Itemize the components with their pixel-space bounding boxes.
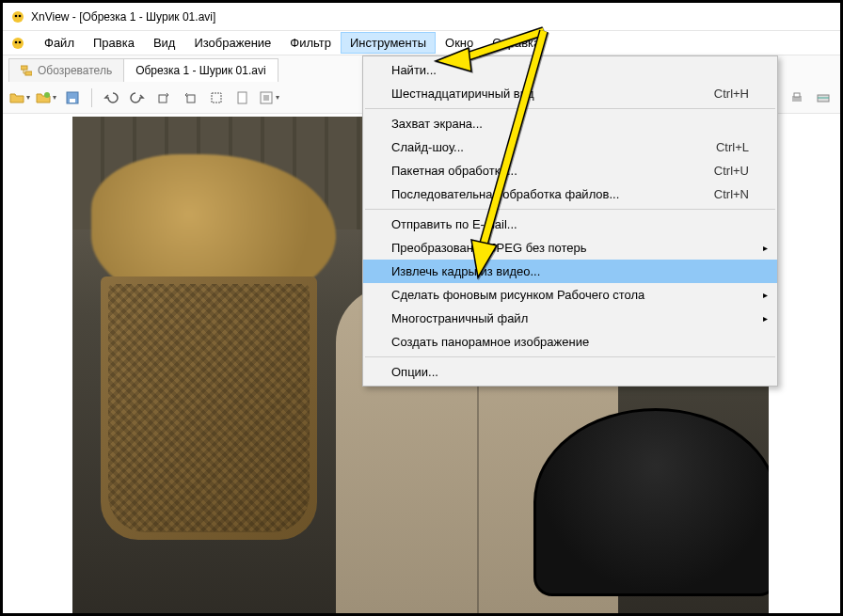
svg-rect-13 (212, 93, 221, 103)
svg-point-4 (15, 40, 18, 43)
dropdown-item-label: Последовательная обработка файлов... (391, 187, 619, 201)
tab-file[interactable]: Обрезка 1 - Шурик 01.avi (123, 58, 278, 82)
svg-rect-6 (21, 66, 27, 70)
dropdown-item[interactable]: Преобразование JPEG без потерь▸ (363, 236, 777, 260)
toolbar-scan-button[interactable] (812, 87, 835, 109)
menu-edit[interactable]: Правка (84, 32, 144, 54)
folder-tree-icon (21, 65, 32, 76)
svg-point-1 (15, 14, 18, 17)
dropdown-item-label: Создать панорамное изображение (391, 335, 589, 349)
dropdown-item[interactable]: Захват экрана... (363, 112, 777, 135)
dropdown-item-label: Преобразование JPEG без потерь (391, 241, 587, 255)
chevron-down-icon: ▾ (26, 93, 30, 102)
window-title: XnView - [Обрезка 1 - Шурик 01.avi] (31, 10, 215, 24)
toolbar-forward-button[interactable] (126, 87, 149, 109)
dropdown-shortcut: Ctrl+L (716, 140, 749, 154)
save-icon (65, 90, 80, 105)
tab-browser[interactable]: Обозреватель (8, 58, 124, 82)
dropdown-item[interactable]: Слайд-шоу...Ctrl+L (363, 135, 777, 159)
submenu-arrow-icon: ▸ (763, 290, 768, 300)
dropdown-item-label: Слайд-шоу... (391, 140, 464, 154)
menu-tools[interactable]: Инструменты (341, 32, 436, 54)
dropdown-separator (365, 356, 775, 357)
dropdown-item-label: Отправить по E-mail... (391, 217, 517, 231)
dropdown-item-label: Многостраничный файл (391, 311, 528, 325)
dropdown-item-label: Извлечь кадры из видео... (391, 264, 540, 278)
toolbar-folder-button[interactable]: ▾ (8, 87, 31, 109)
submenu-arrow-icon: ▸ (763, 243, 768, 253)
submenu-arrow-icon: ▸ (763, 313, 768, 324)
rotate-left-icon (156, 90, 171, 105)
crop-icon (209, 90, 224, 105)
toolbar-rotate-right-button[interactable] (179, 87, 201, 109)
menu-image[interactable]: Изображение (184, 32, 280, 54)
chevron-down-icon: ▾ (276, 93, 279, 102)
menu-file[interactable]: Файл (35, 32, 84, 54)
dropdown-item[interactable]: Последовательная обработка файлов...Ctrl… (363, 182, 777, 206)
svg-rect-11 (159, 95, 167, 103)
dropdown-item[interactable]: Отправить по E-mail... (363, 213, 777, 236)
toolbar-newfile-button[interactable]: ▾ (35, 87, 57, 109)
dropdown-separator (365, 108, 775, 109)
svg-rect-16 (263, 95, 269, 101)
tab-label: Обозреватель (38, 64, 112, 77)
dropdown-item-label: Сделать фоновым рисунком Рабочего стола (391, 288, 644, 302)
tab-label: Обрезка 1 - Шурик 01.avi (135, 64, 266, 77)
toolbar-separator (91, 88, 92, 107)
svg-rect-12 (187, 95, 195, 103)
app-icon-menubar (10, 36, 25, 51)
dropdown-shortcut: Ctrl+H (714, 87, 749, 101)
toolbar-print-button[interactable] (786, 87, 808, 109)
menu-window[interactable]: Окно (436, 32, 483, 54)
chevron-down-icon: ▾ (53, 93, 56, 102)
toolbar-crop-button[interactable] (205, 87, 228, 109)
dropdown-item-label: Пакетная обработка... (391, 164, 517, 178)
folder-star-icon (36, 90, 51, 105)
printer-icon (789, 90, 804, 105)
svg-rect-10 (70, 99, 75, 103)
dropdown-item[interactable]: Сделать фоновым рисунком Рабочего стола▸ (363, 283, 777, 307)
svg-point-5 (19, 40, 22, 43)
svg-point-8 (44, 92, 50, 98)
dropdown-item[interactable]: Создать панорамное изображение (363, 330, 777, 354)
rotate-right-icon (183, 90, 198, 105)
undo-icon (103, 90, 119, 105)
dropdown-separator (365, 209, 775, 210)
dropdown-item[interactable]: Найти... (363, 58, 777, 82)
dropdown-item[interactable]: Пакетная обработка...Ctrl+U (363, 159, 777, 182)
svg-point-0 (12, 11, 24, 23)
menu-filter[interactable]: Фильтр (280, 32, 341, 54)
redo-icon (130, 90, 145, 105)
scanner-icon (816, 90, 831, 105)
dropdown-item[interactable]: Шестнадцатиричный видCtrl+H (363, 82, 777, 105)
svg-rect-14 (238, 92, 247, 103)
dropdown-item-label: Опции... (391, 365, 438, 379)
toolbar-page-button[interactable] (231, 87, 254, 109)
svg-rect-7 (25, 71, 32, 75)
svg-point-3 (12, 38, 24, 49)
dropdown-item[interactable]: Опции... (363, 360, 777, 384)
toolbar-fit-button[interactable]: ▾ (258, 87, 280, 109)
svg-rect-18 (794, 93, 800, 97)
menu-help[interactable]: Справка (483, 32, 549, 54)
toolbar-back-button[interactable] (100, 87, 122, 109)
dropdown-item-label: Найти... (391, 63, 437, 77)
tools-dropdown: Найти...Шестнадцатиричный видCtrl+HЗахва… (362, 55, 778, 387)
folder-icon (9, 90, 24, 105)
dropdown-item-label: Шестнадцатиричный вид (391, 87, 534, 101)
toolbar-save-button[interactable] (61, 87, 84, 109)
menu-bar: Файл Правка Вид Изображение Фильтр Инстр… (3, 31, 840, 55)
dropdown-item-label: Захват экрана... (391, 117, 483, 131)
app-icon (10, 9, 25, 24)
title-bar: XnView - [Обрезка 1 - Шурик 01.avi] (3, 3, 840, 31)
fit-icon (259, 90, 274, 105)
toolbar-rotate-left-button[interactable] (152, 87, 175, 109)
page-icon (235, 90, 250, 105)
menu-view[interactable]: Вид (144, 32, 185, 54)
dropdown-item[interactable]: Многостраничный файл▸ (363, 307, 777, 330)
dropdown-shortcut: Ctrl+N (714, 187, 749, 201)
svg-point-2 (19, 14, 22, 17)
dropdown-shortcut: Ctrl+U (714, 164, 749, 178)
dropdown-item[interactable]: Извлечь кадры из видео... (363, 260, 777, 283)
